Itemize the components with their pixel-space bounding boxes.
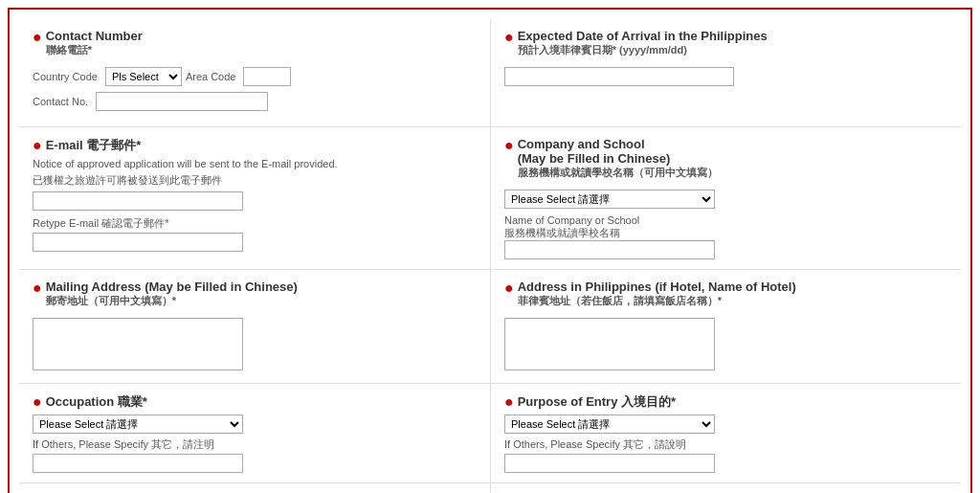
company-school-title: ● Company and School (May be Filled in C… [504,137,947,186]
purpose-specify-input[interactable] [504,454,715,473]
occupation-title: ● Occupation 職業* [33,393,477,411]
expected-arrival-section: ● Expected Date of Arrival in the Philip… [490,19,961,127]
expected-arrival-label-cn: 預計入境菲律賓日期* (yyyy/mm/dd) [518,43,768,57]
civil-status-section: ● Civil Status 婚姻狀況* Please Select 請選擇 [19,483,490,493]
purpose-entry-label: Purpose of Entry 入境目的* [518,393,676,411]
occupation-label: Occupation 職業* [46,393,147,411]
required-indicator: ● [504,280,514,296]
purpose-entry-select[interactable]: Please Select 請選擇 [504,415,715,434]
address-philippines-label: Address in Philippines (if Hotel, Name o… [518,280,796,294]
purpose-entry-title: ● Purpose of Entry 入境目的* [504,393,947,411]
mailing-address-title: ● Mailing Address (May be Filled in Chin… [33,280,477,314]
purpose-specify-label: If Others, Please Specify 其它，請說明 [504,437,947,452]
mailing-address-section: ● Mailing Address (May be Filled in Chin… [19,270,490,384]
occupation-specify-label: If Others, Please Specify 其它，請注明 [33,437,477,452]
contact-no-input[interactable] [96,92,268,111]
required-indicator: ● [504,30,514,45]
purpose-entry-section: ● Purpose of Entry 入境目的* Please Select 請… [490,384,961,483]
email-note2: 已獲權之旅遊許可將被發送到此電子郵件 [33,173,477,188]
mailing-address-label-cn: 郵寄地址（可用中文填寫）* [46,294,298,308]
company-school-section: ● Company and School (May be Filled in C… [490,127,961,270]
contact-number-section: ● Contact Number 聯絡電話* Country Code Pls … [19,19,490,127]
required-indicator: ● [33,280,42,296]
form-container: ● Contact Number 聯絡電話* Country Code Pls … [8,8,972,493]
retype-email-input[interactable] [33,233,243,252]
required-indicator: ● [504,394,514,410]
area-code-label: Area Code [186,71,236,82]
country-code-select[interactable]: Pls Select ▼ [105,67,182,86]
email-section: ● E-mail 電子郵件* Notice of approved applic… [19,127,490,270]
address-philippines-section: ● Address in Philippines (if Hotel, Name… [490,270,961,384]
retype-email-label: Retype E-mail 確認電子郵件* [33,216,477,231]
occupation-specify-input[interactable] [33,454,243,473]
occupation-section: ● Occupation 職業* Please Select 請選擇 If Ot… [19,384,490,483]
address-philippines-label-cn: 菲律賓地址（若住飯店，請填寫飯店名稱）* [518,294,796,308]
email-label: E-mail 電子郵件* [46,137,142,154]
arrival-date-input[interactable] [504,67,734,86]
traveling-fund-section: ● Source of Traveling Fund 旅遊經費來源* Pleas… [490,483,961,493]
required-indicator: ● [33,394,42,410]
contact-no-row: Contact No. [33,92,477,111]
email-note1: Notice of approved application will be s… [33,158,477,169]
company-name-label: Name of Company or School 服務機構或就讀學校名稱 [504,214,944,240]
required-indicator: ● [504,138,514,153]
country-code-label: Country Code [33,71,98,82]
contact-number-label: Contact Number [46,29,143,43]
email-title: ● E-mail 電子郵件* [33,137,477,154]
expected-arrival-label: Expected Date of Arrival in the Philippi… [518,29,768,43]
expected-arrival-title: ● Expected Date of Arrival in the Philip… [504,29,947,63]
contact-number-title: ● Contact Number 聯絡電話* [33,29,477,63]
company-school-label2: (May be Filled in Chinese) [518,151,718,166]
required-indicator: ● [33,30,42,45]
company-school-label-cn: 服務機構或就讀學校名稱（可用中文填寫） [518,166,718,180]
mailing-address-label: Mailing Address (May be Filled in Chines… [46,280,298,294]
contact-number-label-cn: 聯絡電話* [46,43,143,57]
email-input[interactable] [33,191,243,211]
company-school-select[interactable]: Please Select 請選擇 [504,190,715,209]
mailing-address-input[interactable] [33,318,243,370]
address-philippines-input[interactable] [504,318,715,370]
occupation-select[interactable]: Please Select 請選擇 [33,415,243,434]
company-school-label: Company and School [518,137,718,151]
country-code-row: Country Code Pls Select ▼ Area Code [33,67,477,86]
address-philippines-title: ● Address in Philippines (if Hotel, Name… [504,280,947,314]
required-indicator: ● [33,138,42,153]
company-name-input[interactable] [504,240,715,259]
contact-no-label: Contact No. [33,96,88,107]
area-code-input[interactable] [243,67,291,86]
